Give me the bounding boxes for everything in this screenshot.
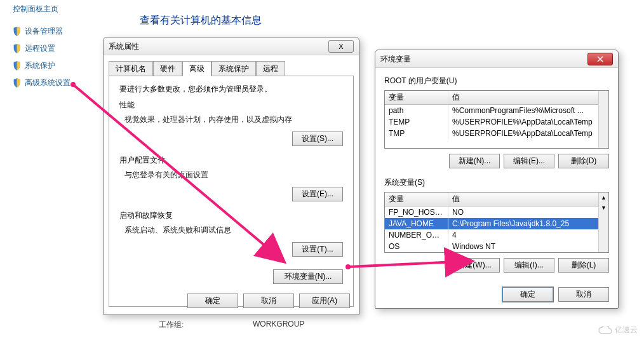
scroll-up-icon[interactable]: ▲ <box>599 193 608 203</box>
dialog-button-row: 确定 取消 应用(A) <box>187 294 350 308</box>
control-panel-sidebar: 控制面板主页 设备管理器 远程设置 系统保护 高级系统设置 <box>13 4 102 95</box>
profile-settings-button[interactable]: 设置(E)... <box>292 187 343 201</box>
ok-button[interactable]: 确定 <box>187 294 238 308</box>
system-edit-button[interactable]: 编辑(I)... <box>504 258 554 273</box>
performance-settings-button[interactable]: 设置(S)... <box>292 132 343 146</box>
scroll-down-icon[interactable]: ▼ <box>599 203 608 213</box>
close-button[interactable]: X <box>328 40 354 53</box>
profile-group-title: 用户配置文件 <box>119 155 343 166</box>
col-value[interactable]: 值 <box>448 193 608 206</box>
sidebar-item-label: 远程设置 <box>25 43 55 54</box>
table-row[interactable]: TMP%USERPROFILE%\AppData\Local\Temp <box>385 128 608 139</box>
profile-desc: 与您登录有关的桌面设置 <box>124 170 343 180</box>
advanced-tab-panel: 要进行大多数更改，您必须作为管理员登录。 性能 视觉效果，处理器计划，内存使用，… <box>109 76 354 307</box>
user-variables-table[interactable]: 变量 值 path%CommonProgramFiles%\Microsoft … <box>384 90 609 149</box>
environment-variables-button[interactable]: 环境变量(N)... <box>273 269 343 284</box>
cell-variable: TEMP <box>385 116 448 128</box>
tab-remote[interactable]: 远程 <box>256 61 285 76</box>
dialog-title: 系统属性 <box>109 37 139 55</box>
table-header: 变量 值 <box>385 193 608 206</box>
tab-advanced[interactable]: 高级 <box>182 61 211 76</box>
cell-value: C:\Program Files\Java\jdk1.8.0_25 <box>448 218 608 229</box>
sidebar-item-label: 高级系统设置 <box>25 78 70 88</box>
close-icon <box>596 56 604 62</box>
ok-button[interactable]: 确定 <box>502 287 553 302</box>
user-edit-button[interactable]: 编辑(E)... <box>504 154 554 168</box>
workgroup-label: 工作组: <box>159 320 184 330</box>
shield-icon <box>13 78 21 88</box>
cell-value: %USERPROFILE%\AppData\Local\Temp <box>448 128 608 139</box>
scrollbar[interactable] <box>598 91 608 148</box>
cloud-icon <box>598 326 612 335</box>
cancel-button[interactable]: 取消 <box>558 287 609 302</box>
dialog-titlebar: 系统属性 X <box>104 37 359 55</box>
shield-icon <box>13 27 21 36</box>
cell-variable: FP_NO_HOST_C... <box>385 206 448 218</box>
watermark: 亿速云 <box>598 325 638 335</box>
system-variables-table[interactable]: 变量 值 FP_NO_HOST_C...NOJAVA_HOMEC:\Progra… <box>384 192 609 253</box>
startup-group-title: 启动和故障恢复 <box>119 210 343 221</box>
dialog-titlebar: 环境变量 <box>375 50 618 68</box>
tab-computer-name[interactable]: 计算机名 <box>109 61 153 76</box>
table-row[interactable]: JAVA_HOMEC:\Program Files\Java\jdk1.8.0_… <box>385 218 608 229</box>
cell-variable: path <box>385 105 448 116</box>
cell-value: Windows NT <box>448 241 608 252</box>
workgroup-value: WORKGROUP <box>253 320 304 328</box>
col-variable[interactable]: 变量 <box>385 193 448 206</box>
cell-value: NO <box>448 206 608 218</box>
sidebar-remote-settings[interactable]: 远程设置 <box>13 43 102 54</box>
col-variable[interactable]: 变量 <box>385 91 448 104</box>
sidebar-item-label: 系统保护 <box>25 60 55 71</box>
tab-hardware[interactable]: 硬件 <box>153 61 182 76</box>
system-variables-label: 系统变量(S) <box>384 177 609 188</box>
apply-button[interactable]: 应用(A) <box>299 294 350 308</box>
user-delete-button[interactable]: 删除(D) <box>558 154 609 168</box>
cell-variable: JAVA_HOME <box>385 218 448 229</box>
shield-icon <box>13 44 21 53</box>
system-properties-dialog: 系统属性 X 计算机名 硬件 高级 系统保护 远程 要进行大多数更改，您必须作为… <box>103 37 359 315</box>
sidebar-system-protection[interactable]: 系统保护 <box>13 60 102 71</box>
admin-notice: 要进行大多数更改，您必须作为管理员登录。 <box>119 84 343 95</box>
tab-row: 计算机名 硬件 高级 系统保护 远程 <box>104 55 359 76</box>
shield-icon <box>13 61 21 71</box>
startup-settings-button[interactable]: 设置(T)... <box>292 242 343 257</box>
environment-variables-dialog: 环境变量 ROOT 的用户变量(U) 变量 值 path%CommonProgr… <box>375 50 619 309</box>
dialog-title: 环境变量 <box>380 50 411 68</box>
table-row[interactable]: path%CommonProgramFiles%\Microsoft ... <box>385 105 608 116</box>
control-panel-home-link[interactable]: 控制面板主页 <box>13 4 102 15</box>
startup-desc: 系统启动、系统失败和调试信息 <box>124 225 343 236</box>
sidebar-device-manager[interactable]: 设备管理器 <box>13 26 102 37</box>
table-row[interactable]: FP_NO_HOST_C...NO <box>385 206 608 218</box>
tab-system-protection[interactable]: 系统保护 <box>211 61 256 76</box>
system-new-button[interactable]: 新建(W)... <box>449 258 500 273</box>
sidebar-advanced-system-settings[interactable]: 高级系统设置 <box>13 78 102 88</box>
user-new-button[interactable]: 新建(N)... <box>449 154 500 168</box>
cell-variable: NUMBER_OF_PR... <box>385 229 448 241</box>
user-variables-label: ROOT 的用户变量(U) <box>384 76 609 86</box>
performance-desc: 视觉效果，处理器计划，内存使用，以及虚拟内存 <box>124 114 343 125</box>
cancel-button[interactable]: 取消 <box>243 294 294 308</box>
cell-variable: TMP <box>385 128 448 139</box>
scrollbar[interactable]: ▲ ▼ <box>598 193 608 252</box>
system-delete-button[interactable]: 删除(L) <box>558 258 609 273</box>
page-title: 查看有关计算机的基本信息 <box>140 14 262 27</box>
table-row[interactable]: NUMBER_OF_PR...4 <box>385 229 608 241</box>
sidebar-item-label: 设备管理器 <box>25 26 63 37</box>
cell-value: %USERPROFILE%\AppData\Local\Temp <box>448 116 608 128</box>
col-value[interactable]: 值 <box>448 91 608 104</box>
performance-group-title: 性能 <box>119 100 343 111</box>
table-header: 变量 值 <box>385 91 608 105</box>
table-row[interactable]: TEMP%USERPROFILE%\AppData\Local\Temp <box>385 116 608 128</box>
close-button[interactable] <box>587 53 613 65</box>
cell-value: 4 <box>448 229 608 241</box>
table-row[interactable]: OSWindows NT <box>385 241 608 252</box>
cell-variable: OS <box>385 241 448 252</box>
cell-value: %CommonProgramFiles%\Microsoft ... <box>448 105 608 116</box>
